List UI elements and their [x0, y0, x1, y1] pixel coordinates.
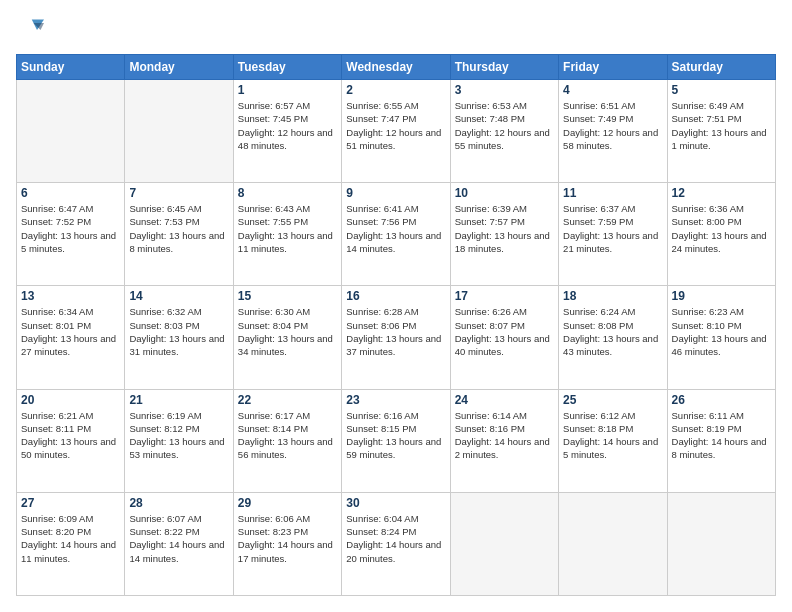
calendar-header-wednesday: Wednesday — [342, 55, 450, 80]
calendar-week-1: 6Sunrise: 6:47 AM Sunset: 7:52 PM Daylig… — [17, 183, 776, 286]
calendar-cell: 27Sunrise: 6:09 AM Sunset: 8:20 PM Dayli… — [17, 492, 125, 595]
calendar-cell: 17Sunrise: 6:26 AM Sunset: 8:07 PM Dayli… — [450, 286, 558, 389]
calendar-week-4: 27Sunrise: 6:09 AM Sunset: 8:20 PM Dayli… — [17, 492, 776, 595]
day-info: Sunrise: 6:30 AM Sunset: 8:04 PM Dayligh… — [238, 305, 337, 358]
day-number: 12 — [672, 186, 771, 200]
calendar-cell: 18Sunrise: 6:24 AM Sunset: 8:08 PM Dayli… — [559, 286, 667, 389]
calendar-cell: 30Sunrise: 6:04 AM Sunset: 8:24 PM Dayli… — [342, 492, 450, 595]
calendar-cell — [667, 492, 775, 595]
day-info: Sunrise: 6:17 AM Sunset: 8:14 PM Dayligh… — [238, 409, 337, 462]
calendar-cell: 19Sunrise: 6:23 AM Sunset: 8:10 PM Dayli… — [667, 286, 775, 389]
day-number: 25 — [563, 393, 662, 407]
calendar-cell: 26Sunrise: 6:11 AM Sunset: 8:19 PM Dayli… — [667, 389, 775, 492]
calendar-cell: 11Sunrise: 6:37 AM Sunset: 7:59 PM Dayli… — [559, 183, 667, 286]
day-info: Sunrise: 6:12 AM Sunset: 8:18 PM Dayligh… — [563, 409, 662, 462]
day-info: Sunrise: 6:07 AM Sunset: 8:22 PM Dayligh… — [129, 512, 228, 565]
day-info: Sunrise: 6:06 AM Sunset: 8:23 PM Dayligh… — [238, 512, 337, 565]
day-info: Sunrise: 6:49 AM Sunset: 7:51 PM Dayligh… — [672, 99, 771, 152]
day-number: 20 — [21, 393, 120, 407]
day-number: 26 — [672, 393, 771, 407]
day-number: 24 — [455, 393, 554, 407]
calendar-cell: 16Sunrise: 6:28 AM Sunset: 8:06 PM Dayli… — [342, 286, 450, 389]
day-info: Sunrise: 6:36 AM Sunset: 8:00 PM Dayligh… — [672, 202, 771, 255]
calendar-cell — [17, 80, 125, 183]
calendar-cell: 28Sunrise: 6:07 AM Sunset: 8:22 PM Dayli… — [125, 492, 233, 595]
day-info: Sunrise: 6:57 AM Sunset: 7:45 PM Dayligh… — [238, 99, 337, 152]
day-number: 9 — [346, 186, 445, 200]
calendar-header-sunday: Sunday — [17, 55, 125, 80]
calendar-header-tuesday: Tuesday — [233, 55, 341, 80]
day-info: Sunrise: 6:04 AM Sunset: 8:24 PM Dayligh… — [346, 512, 445, 565]
day-number: 21 — [129, 393, 228, 407]
calendar-week-2: 13Sunrise: 6:34 AM Sunset: 8:01 PM Dayli… — [17, 286, 776, 389]
day-number: 4 — [563, 83, 662, 97]
calendar-header-row: SundayMondayTuesdayWednesdayThursdayFrid… — [17, 55, 776, 80]
day-number: 6 — [21, 186, 120, 200]
day-info: Sunrise: 6:26 AM Sunset: 8:07 PM Dayligh… — [455, 305, 554, 358]
day-number: 30 — [346, 496, 445, 510]
day-info: Sunrise: 6:39 AM Sunset: 7:57 PM Dayligh… — [455, 202, 554, 255]
calendar-cell: 13Sunrise: 6:34 AM Sunset: 8:01 PM Dayli… — [17, 286, 125, 389]
day-number: 22 — [238, 393, 337, 407]
day-info: Sunrise: 6:11 AM Sunset: 8:19 PM Dayligh… — [672, 409, 771, 462]
calendar-cell: 3Sunrise: 6:53 AM Sunset: 7:48 PM Daylig… — [450, 80, 558, 183]
calendar-cell — [125, 80, 233, 183]
day-number: 28 — [129, 496, 228, 510]
calendar-cell — [450, 492, 558, 595]
calendar-header-thursday: Thursday — [450, 55, 558, 80]
day-info: Sunrise: 6:19 AM Sunset: 8:12 PM Dayligh… — [129, 409, 228, 462]
day-info: Sunrise: 6:41 AM Sunset: 7:56 PM Dayligh… — [346, 202, 445, 255]
logo-icon — [16, 16, 44, 44]
calendar-table: SundayMondayTuesdayWednesdayThursdayFrid… — [16, 54, 776, 596]
day-number: 16 — [346, 289, 445, 303]
day-info: Sunrise: 6:43 AM Sunset: 7:55 PM Dayligh… — [238, 202, 337, 255]
calendar-header-saturday: Saturday — [667, 55, 775, 80]
day-number: 29 — [238, 496, 337, 510]
day-number: 14 — [129, 289, 228, 303]
day-number: 19 — [672, 289, 771, 303]
calendar-cell: 5Sunrise: 6:49 AM Sunset: 7:51 PM Daylig… — [667, 80, 775, 183]
day-number: 8 — [238, 186, 337, 200]
header — [16, 16, 776, 44]
day-number: 15 — [238, 289, 337, 303]
day-info: Sunrise: 6:45 AM Sunset: 7:53 PM Dayligh… — [129, 202, 228, 255]
calendar-cell: 2Sunrise: 6:55 AM Sunset: 7:47 PM Daylig… — [342, 80, 450, 183]
calendar-cell: 21Sunrise: 6:19 AM Sunset: 8:12 PM Dayli… — [125, 389, 233, 492]
calendar-cell: 1Sunrise: 6:57 AM Sunset: 7:45 PM Daylig… — [233, 80, 341, 183]
day-number: 23 — [346, 393, 445, 407]
day-number: 10 — [455, 186, 554, 200]
day-info: Sunrise: 6:53 AM Sunset: 7:48 PM Dayligh… — [455, 99, 554, 152]
day-number: 13 — [21, 289, 120, 303]
calendar-header-monday: Monday — [125, 55, 233, 80]
calendar-cell: 22Sunrise: 6:17 AM Sunset: 8:14 PM Dayli… — [233, 389, 341, 492]
day-number: 7 — [129, 186, 228, 200]
calendar-cell: 9Sunrise: 6:41 AM Sunset: 7:56 PM Daylig… — [342, 183, 450, 286]
day-number: 18 — [563, 289, 662, 303]
day-info: Sunrise: 6:47 AM Sunset: 7:52 PM Dayligh… — [21, 202, 120, 255]
day-info: Sunrise: 6:23 AM Sunset: 8:10 PM Dayligh… — [672, 305, 771, 358]
calendar-cell: 23Sunrise: 6:16 AM Sunset: 8:15 PM Dayli… — [342, 389, 450, 492]
logo — [16, 16, 48, 44]
calendar-cell: 25Sunrise: 6:12 AM Sunset: 8:18 PM Dayli… — [559, 389, 667, 492]
day-info: Sunrise: 6:51 AM Sunset: 7:49 PM Dayligh… — [563, 99, 662, 152]
calendar-header-friday: Friday — [559, 55, 667, 80]
day-info: Sunrise: 6:21 AM Sunset: 8:11 PM Dayligh… — [21, 409, 120, 462]
calendar-cell: 8Sunrise: 6:43 AM Sunset: 7:55 PM Daylig… — [233, 183, 341, 286]
day-number: 27 — [21, 496, 120, 510]
day-info: Sunrise: 6:28 AM Sunset: 8:06 PM Dayligh… — [346, 305, 445, 358]
calendar-cell — [559, 492, 667, 595]
day-info: Sunrise: 6:55 AM Sunset: 7:47 PM Dayligh… — [346, 99, 445, 152]
day-number: 3 — [455, 83, 554, 97]
calendar-cell: 24Sunrise: 6:14 AM Sunset: 8:16 PM Dayli… — [450, 389, 558, 492]
day-info: Sunrise: 6:34 AM Sunset: 8:01 PM Dayligh… — [21, 305, 120, 358]
calendar-cell: 6Sunrise: 6:47 AM Sunset: 7:52 PM Daylig… — [17, 183, 125, 286]
day-info: Sunrise: 6:16 AM Sunset: 8:15 PM Dayligh… — [346, 409, 445, 462]
calendar-cell: 29Sunrise: 6:06 AM Sunset: 8:23 PM Dayli… — [233, 492, 341, 595]
calendar-cell: 10Sunrise: 6:39 AM Sunset: 7:57 PM Dayli… — [450, 183, 558, 286]
calendar-cell: 12Sunrise: 6:36 AM Sunset: 8:00 PM Dayli… — [667, 183, 775, 286]
day-info: Sunrise: 6:24 AM Sunset: 8:08 PM Dayligh… — [563, 305, 662, 358]
day-info: Sunrise: 6:32 AM Sunset: 8:03 PM Dayligh… — [129, 305, 228, 358]
day-number: 2 — [346, 83, 445, 97]
day-number: 11 — [563, 186, 662, 200]
day-number: 1 — [238, 83, 337, 97]
